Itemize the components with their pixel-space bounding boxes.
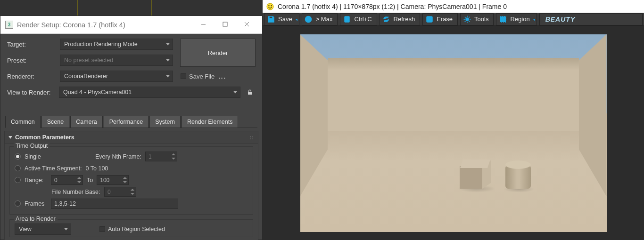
save-button-group[interactable]: Save bbox=[264, 13, 299, 25]
rollout-header[interactable]: Common Parameters :: bbox=[5, 131, 258, 144]
svg-line-22 bbox=[464, 21, 465, 22]
save-file-checkbox[interactable] bbox=[181, 73, 186, 79]
range-to-label: To bbox=[87, 177, 93, 184]
renderer-label: Renderer: bbox=[7, 73, 60, 80]
radio-single[interactable] bbox=[15, 153, 21, 160]
auto-region-checkbox[interactable] bbox=[99, 226, 105, 232]
renderview-toolbar: Save > Max Ctrl+C Refresh Erase Tools Re… bbox=[263, 13, 644, 26]
maximize-button[interactable] bbox=[214, 16, 236, 32]
save-icon bbox=[264, 14, 277, 25]
window-title: Render Setup: Corona 1.7 (hotfix 4) bbox=[17, 21, 192, 29]
smiley-icon bbox=[266, 3, 274, 10]
minimize-button[interactable] bbox=[192, 16, 214, 32]
time-output-group: Time Output Single Every Nth Frame: 1 Ac… bbox=[9, 146, 253, 215]
erase-icon bbox=[423, 14, 436, 25]
active-seg-label: Active Time Segment: bbox=[25, 165, 82, 172]
scene-box-object bbox=[460, 160, 493, 189]
active-range: 0 To 100 bbox=[86, 165, 108, 172]
rollout-common-parameters: Common Parameters :: Time Output Single … bbox=[4, 131, 258, 240]
svg-rect-1 bbox=[223, 22, 227, 26]
window-titlebar[interactable]: 3 Render Setup: Corona 1.7 (hotfix 4) bbox=[0, 16, 262, 34]
ctrlc-button[interactable]: Ctrl+C bbox=[340, 13, 377, 25]
svg-point-5 bbox=[268, 5, 269, 6]
tab-bar: Common Scene Camera Performance System R… bbox=[0, 116, 262, 128]
target-select[interactable]: Production Rendering Mode bbox=[60, 39, 173, 50]
svg-line-20 bbox=[464, 16, 465, 17]
max-icon bbox=[302, 14, 315, 25]
tab-common[interactable]: Common bbox=[5, 116, 41, 128]
svg-line-23 bbox=[469, 16, 470, 17]
radio-frames[interactable] bbox=[15, 200, 21, 207]
render-view-panel: Corona 1.7 (hotfix 4) | 1170×878px (1:2)… bbox=[263, 0, 644, 240]
range-to-spinner[interactable]: 100 bbox=[97, 175, 129, 185]
tab-system[interactable]: System bbox=[149, 116, 181, 128]
radio-range[interactable] bbox=[15, 177, 21, 183]
preset-value: No preset selected bbox=[64, 57, 113, 64]
max-label: > Max bbox=[315, 16, 338, 23]
rollout-title: Common Parameters bbox=[15, 134, 74, 141]
radio-active-segment[interactable] bbox=[15, 165, 21, 171]
area-mode-select[interactable]: View bbox=[15, 224, 71, 235]
close-button[interactable] bbox=[236, 16, 257, 32]
frames-label: Frames bbox=[25, 200, 51, 207]
svg-point-6 bbox=[271, 5, 272, 6]
svg-point-4 bbox=[267, 3, 273, 10]
area-to-render-group: Area to Render View Auto Region Selected bbox=[9, 219, 253, 237]
tools-button[interactable]: Tools bbox=[460, 13, 494, 25]
tab-render-elements[interactable]: Render Elements bbox=[182, 116, 239, 128]
every-nth-label: Every Nth Frame: bbox=[95, 153, 141, 160]
tab-camera[interactable]: Camera bbox=[70, 116, 102, 128]
target-value: Production Rendering Mode bbox=[64, 41, 138, 48]
ctrlc-label: Ctrl+C bbox=[353, 16, 376, 23]
view-label: View to Render: bbox=[7, 89, 59, 96]
render-canvas-area[interactable] bbox=[263, 26, 644, 240]
every-nth-spinner[interactable]: 1 bbox=[145, 152, 177, 161]
preset-label: Preset: bbox=[7, 57, 60, 64]
single-label: Single bbox=[25, 153, 86, 160]
tab-scene[interactable]: Scene bbox=[41, 116, 69, 128]
region-button[interactable]: Region bbox=[496, 13, 537, 25]
auto-region-label: Auto Region Selected bbox=[108, 226, 165, 232]
time-output-legend: Time Output bbox=[14, 143, 50, 149]
lock-view-button[interactable] bbox=[244, 87, 256, 98]
erase-button[interactable]: Erase bbox=[422, 13, 458, 25]
preset-select[interactable]: No preset selected bbox=[60, 55, 173, 66]
file-base-label: File Number Base: bbox=[51, 189, 104, 195]
tools-label: Tools bbox=[473, 16, 493, 23]
gear-icon bbox=[461, 14, 473, 25]
area-legend: Area to Render bbox=[14, 216, 58, 222]
renderer-value: CoronaRenderer bbox=[64, 73, 108, 80]
view-render-select[interactable]: Quad 4 - PhysCamera001 bbox=[59, 87, 240, 98]
target-label: Target: bbox=[7, 41, 60, 48]
view-value: Quad 4 - PhysCamera001 bbox=[63, 89, 132, 96]
app-icon: 3 bbox=[5, 21, 13, 29]
range-label: Range: bbox=[25, 177, 51, 184]
svg-line-21 bbox=[469, 21, 470, 22]
renderer-select[interactable]: CoronaRenderer bbox=[60, 71, 173, 82]
save-label: Save bbox=[277, 16, 299, 23]
refresh-button[interactable]: Refresh bbox=[380, 13, 421, 25]
svg-point-15 bbox=[466, 18, 469, 21]
max-button[interactable]: > Max bbox=[302, 13, 338, 25]
scene-cylinder-object bbox=[505, 160, 531, 189]
more-button[interactable]: ... bbox=[218, 73, 226, 80]
svg-rect-24 bbox=[500, 16, 506, 22]
render-setup-window: 3 Render Setup: Corona 1.7 (hotfix 4) Re… bbox=[0, 16, 263, 240]
renderview-title: Corona 1.7 (hotfix 4) | 1170×878px (1:2)… bbox=[278, 3, 507, 10]
refresh-label: Refresh bbox=[393, 16, 420, 23]
frames-input[interactable]: 1,3,5-12 bbox=[51, 199, 178, 209]
range-from-spinner[interactable]: 0 bbox=[51, 175, 83, 185]
collapse-icon bbox=[8, 136, 12, 139]
renderview-titlebar[interactable]: Corona 1.7 (hotfix 4) | 1170×878px (1:2)… bbox=[263, 0, 644, 13]
region-icon bbox=[496, 14, 509, 25]
render-image bbox=[300, 34, 607, 232]
tab-performance[interactable]: Performance bbox=[104, 116, 149, 128]
refresh-icon bbox=[380, 14, 393, 25]
erase-label: Erase bbox=[436, 16, 457, 23]
grip-icon: :: bbox=[250, 135, 254, 140]
file-base-spinner[interactable]: 0 bbox=[104, 187, 136, 197]
save-file-label: Save File bbox=[189, 73, 215, 80]
clipboard-icon bbox=[340, 14, 353, 25]
channel-select[interactable]: BEAUTY bbox=[539, 13, 643, 25]
region-label: Region bbox=[509, 16, 536, 23]
